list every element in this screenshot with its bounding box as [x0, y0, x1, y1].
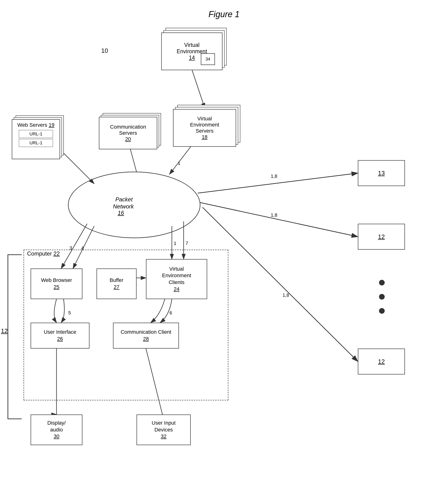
- client-13-ref: 13: [378, 169, 385, 177]
- comm-servers-ref: 20: [125, 136, 131, 142]
- svg-text:1,8: 1,8: [283, 293, 289, 298]
- svg-point-35: [379, 308, 385, 314]
- ui-label: User Interface: [44, 329, 76, 336]
- client-12a-box: 12: [358, 224, 405, 250]
- cc-ref: 28: [143, 336, 149, 342]
- svg-text:1: 1: [178, 161, 180, 166]
- uid-label1: User Input: [152, 420, 176, 427]
- svg-text:Packet: Packet: [115, 196, 133, 202]
- bracket-12: [8, 254, 22, 419]
- svg-line-23: [200, 202, 358, 237]
- vec-ref: 24: [174, 286, 179, 293]
- web-browser-box: Web Browser 25: [31, 268, 82, 299]
- uid-label2: Devices: [154, 427, 173, 433]
- display-audio-box: Display/ audio 30: [31, 415, 82, 445]
- client-12a-ref: 12: [378, 233, 385, 240]
- svg-line-20: [191, 66, 205, 108]
- web-servers-box: Web Servers 19 URL-1 URL-1: [12, 116, 64, 159]
- wb-label: Web Browser: [41, 277, 72, 284]
- svg-text:Network: Network: [113, 203, 134, 210]
- bracket-12-label: 12: [1, 327, 8, 335]
- svg-text:1,8: 1,8: [271, 174, 277, 179]
- diagram-ref: 10: [101, 47, 108, 54]
- svg-line-4: [170, 144, 193, 174]
- uid-ref: 32: [161, 433, 166, 440]
- da-label1: Display/: [47, 420, 66, 427]
- svg-text:1,8: 1,8: [271, 212, 277, 218]
- da-label2: audio: [50, 427, 63, 433]
- url1-box: URL-1: [19, 130, 53, 138]
- svg-line-21: [198, 173, 358, 193]
- wb-ref: 25: [54, 284, 59, 291]
- virtual-env-top-box: Virtual Environment 14 34: [161, 28, 225, 68]
- web-servers-ref: 19: [49, 122, 54, 128]
- buf-ref: 27: [114, 284, 119, 291]
- diagram-container: Figure 1 10 Packet Network 16 1 4 3 1 7 …: [0, 0, 448, 500]
- buf-label: Buffer: [110, 277, 123, 284]
- ve-clients-box: Virtual Environment Clients 24: [146, 259, 207, 299]
- svg-text:1: 1: [174, 241, 176, 246]
- vec-label2: Environment: [162, 272, 191, 279]
- ve-servers-label2: Environment: [190, 122, 219, 128]
- da-ref: 30: [54, 433, 59, 440]
- web-servers-label: Web Servers: [17, 122, 47, 128]
- figure-title: Figure 1: [208, 9, 240, 19]
- ve-servers-label1: Virtual: [197, 116, 212, 122]
- comm-servers-label2: Servers: [119, 130, 137, 136]
- buffer-box: Buffer 27: [96, 268, 137, 299]
- user-interface-box: User Interface 26: [31, 323, 89, 349]
- comm-servers-label1: Communication: [110, 124, 146, 130]
- ve-servers-label3: Servers: [196, 128, 213, 134]
- url2-box: URL-1: [19, 139, 53, 147]
- svg-line-6: [129, 146, 137, 172]
- inner-box-34: 34: [201, 53, 215, 65]
- svg-text:7: 7: [186, 241, 188, 246]
- comm-client-box: Communication Client 28: [113, 323, 179, 349]
- ve-top-label: Virtual: [184, 42, 200, 48]
- user-input-box: User Input Devices 32: [137, 415, 191, 445]
- ve-top-ref: 14: [189, 55, 195, 61]
- svg-point-33: [379, 280, 385, 285]
- ui-ref: 26: [57, 336, 63, 342]
- cc-label: Communication Client: [121, 329, 171, 336]
- vec-label1: Virtual: [169, 266, 184, 272]
- ve-servers-ref: 18: [202, 134, 208, 140]
- client-13-box: 13: [358, 160, 405, 186]
- client-12b-ref: 12: [378, 358, 385, 365]
- svg-text:16: 16: [118, 210, 124, 216]
- svg-point-34: [379, 294, 385, 300]
- svg-point-0: [68, 172, 200, 238]
- comm-servers-box: Communication Servers 20: [99, 113, 160, 147]
- computer-label: Computer 22: [27, 250, 60, 257]
- client-12b-box: 12: [358, 349, 405, 374]
- ve-servers-box: Virtual Environment Servers 18: [173, 105, 240, 145]
- vec-label3: Clients: [169, 279, 184, 286]
- svg-line-27: [61, 151, 94, 184]
